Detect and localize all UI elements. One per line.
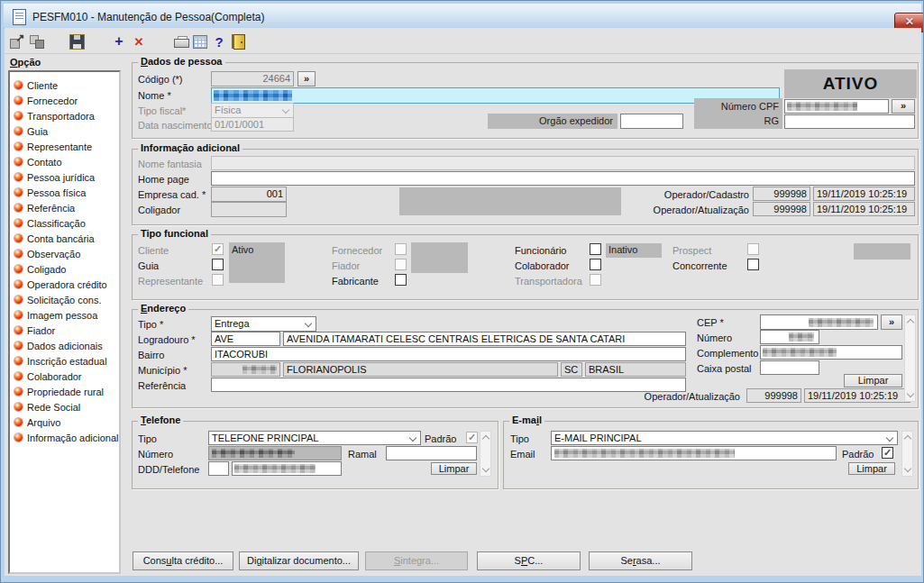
email-scrollbar[interactable] bbox=[901, 431, 913, 477]
sidebar-item-coligado[interactable]: Coligado bbox=[10, 261, 119, 277]
orgao-expedidor-field[interactable] bbox=[620, 114, 683, 129]
group-title: Telefone bbox=[138, 414, 183, 425]
sidebar-item-fornecedor[interactable]: Fornecedor bbox=[10, 93, 119, 108]
ramal-field[interactable] bbox=[386, 446, 477, 460]
sidebar-item-pessoa-juridica[interactable]: Pessoa jurídica bbox=[10, 169, 119, 185]
scroll-down-icon[interactable] bbox=[905, 389, 915, 401]
redacted-name-value bbox=[214, 90, 292, 101]
title-bar: PESFM010 - Manutenção de Pessoa(Completa… bbox=[4, 4, 921, 29]
bullet-icon bbox=[14, 280, 23, 288]
sidebar-item-informacao-adicional[interactable]: Informação adicional bbox=[10, 430, 119, 445]
sidebar-item-conta-bancaria[interactable]: Conta bancária bbox=[10, 231, 119, 246]
bullet-icon bbox=[14, 250, 23, 258]
sidebar-item-label: Arquivo bbox=[27, 417, 60, 428]
empresa-cad-label: Empresa cad. * bbox=[138, 189, 206, 201]
sidebar-item-cliente[interactable]: Cliente bbox=[10, 77, 119, 93]
digitalizar-documento-button[interactable]: Digitalizar documento... bbox=[239, 551, 359, 570]
sidebar-item-observacao[interactable]: Observação bbox=[10, 246, 119, 261]
scroll-up-icon[interactable] bbox=[905, 315, 915, 327]
cpf-lookup-button[interactable]: » bbox=[892, 99, 915, 114]
telefone-tipo-dropdown[interactable]: TELEFONE PRINCIPAL bbox=[208, 431, 421, 445]
sidebar-item-rede-social[interactable]: Rede Social bbox=[10, 399, 119, 414]
endereco-tipo-label: Tipo * bbox=[138, 319, 163, 331]
funcionario-checkbox[interactable] bbox=[590, 243, 601, 255]
email-tipo-dropdown[interactable]: E-MAIL PRINCIPAL bbox=[551, 431, 898, 445]
sidebar-item-representante[interactable]: Representante bbox=[10, 139, 119, 154]
grid-button[interactable] bbox=[190, 32, 210, 51]
cep-lookup-button[interactable]: » bbox=[881, 314, 902, 330]
telefone-tipo-label: Tipo bbox=[138, 433, 157, 445]
delete-icon: ✕ bbox=[134, 35, 144, 49]
scroll-down-icon[interactable] bbox=[480, 464, 490, 476]
sidebar-item-classificacao[interactable]: Classificação bbox=[10, 215, 119, 231]
sidebar-item-dados-adicionais[interactable]: Dados adicionais bbox=[10, 338, 119, 353]
sidebar-item-label: Classificação bbox=[27, 218, 86, 229]
exit-button[interactable] bbox=[229, 32, 249, 51]
save-button[interactable] bbox=[67, 32, 87, 51]
home-page-field[interactable] bbox=[211, 171, 915, 186]
bullet-icon bbox=[14, 326, 23, 334]
sidebar-listbox: ClienteFornecedorTransportadoraGuiaRepre… bbox=[8, 70, 121, 574]
caixa-postal-field[interactable] bbox=[760, 360, 819, 375]
rg-field[interactable] bbox=[784, 114, 915, 129]
sidebar-item-guia[interactable]: Guia bbox=[10, 123, 119, 139]
windows-button[interactable] bbox=[27, 32, 47, 51]
sidebar-item-solicitacao-cons[interactable]: Solicitação cons. bbox=[10, 292, 119, 307]
cep-label: CEP * bbox=[697, 317, 724, 329]
sidebar-item-arquivo[interactable]: Arquivo bbox=[10, 414, 119, 430]
concorrente-checkbox[interactable] bbox=[747, 259, 759, 270]
guia-checkbox[interactable] bbox=[212, 259, 224, 270]
bairro-field[interactable]: ITACORUBI bbox=[211, 347, 686, 361]
codigo-lookup-button[interactable]: » bbox=[297, 71, 316, 87]
delete-button[interactable]: ✕ bbox=[129, 32, 149, 51]
sidebar-item-contato[interactable]: Contato bbox=[10, 154, 119, 169]
sidebar-item-imagem-pessoa[interactable]: Imagem pessoa bbox=[10, 307, 119, 323]
operador-cadastro-datetime-field: 19/11/2019 10:25:19 bbox=[813, 187, 915, 201]
orgao-expedidor-plate: Orgão expedidor bbox=[488, 114, 618, 129]
ddd-field[interactable] bbox=[208, 461, 229, 476]
fabricante-checkbox[interactable] bbox=[395, 274, 407, 286]
group-title: E-mail bbox=[509, 414, 544, 425]
sidebar-item-label: Informação adicional bbox=[27, 433, 119, 443]
redacted-numero-value bbox=[789, 332, 814, 342]
colaborador-checkbox[interactable] bbox=[590, 259, 601, 270]
email-padrao-checkbox[interactable]: ✓ bbox=[882, 447, 893, 459]
ramal-label: Ramal bbox=[348, 449, 377, 460]
sidebar-item-colaborador[interactable]: Colaborador bbox=[10, 369, 119, 384]
spc-button[interactable]: SPC... bbox=[477, 551, 581, 570]
logradouro-tipo-field[interactable]: AVE bbox=[211, 332, 280, 346]
sidebar-item-referencia[interactable]: Referência bbox=[10, 200, 119, 215]
sidebar-item-operadora-credito[interactable]: Operadora crédito bbox=[10, 277, 119, 292]
endereco-tipo-dropdown[interactable]: Entrega bbox=[211, 316, 316, 332]
sidebar-item-label: Transportadora bbox=[27, 111, 95, 122]
sidebar-item-transportadora[interactable]: Transportadora bbox=[10, 108, 119, 123]
scroll-up-icon[interactable] bbox=[480, 432, 490, 443]
cascade-windows-icon bbox=[30, 35, 44, 49]
serasa-button[interactable]: Serasa... bbox=[589, 551, 692, 570]
endereco-scrollbar[interactable] bbox=[904, 314, 916, 402]
help-button[interactable]: ? bbox=[209, 32, 229, 51]
sidebar-item-propriedade-rural[interactable]: Propriedade rural bbox=[10, 384, 119, 399]
fabricante-label: Fabricante bbox=[332, 276, 379, 287]
scroll-up-icon[interactable] bbox=[902, 432, 912, 443]
telefone-scrollbar[interactable] bbox=[480, 431, 491, 477]
consulta-credito-button[interactable]: Consulta crédito... bbox=[133, 551, 233, 570]
group-title: Tipo funcional bbox=[138, 228, 211, 239]
sidebar-item-label: Conta bancária bbox=[27, 233, 95, 244]
bullet-icon bbox=[14, 188, 23, 196]
endereco-limpar-button[interactable]: Limpar bbox=[844, 374, 902, 387]
add-icon: + bbox=[114, 33, 123, 50]
logradouro-field[interactable]: AVENIDA ITAMARATI CELESC CENTRAIS ELETRI… bbox=[283, 332, 686, 346]
sidebar-item-pessoa-fisica[interactable]: Pessoa física bbox=[10, 185, 119, 200]
scroll-down-icon[interactable] bbox=[902, 464, 912, 476]
add-button[interactable]: + bbox=[109, 32, 129, 51]
shortcut-button[interactable]: ↗ bbox=[7, 32, 27, 51]
referencia-field[interactable] bbox=[211, 378, 686, 392]
sidebar-item-inscricao-estadual[interactable]: Inscrição estadual bbox=[10, 353, 119, 369]
telefone-limpar-button[interactable]: Limpar bbox=[431, 462, 477, 475]
print-button[interactable] bbox=[171, 32, 191, 51]
email-limpar-button[interactable]: Limpar bbox=[848, 462, 895, 475]
sidebar-item-fiador[interactable]: Fiador bbox=[10, 323, 119, 338]
tipo-fiscal-label: Tipo fiscal* bbox=[138, 105, 186, 117]
transportadora-checkbox bbox=[590, 274, 601, 286]
